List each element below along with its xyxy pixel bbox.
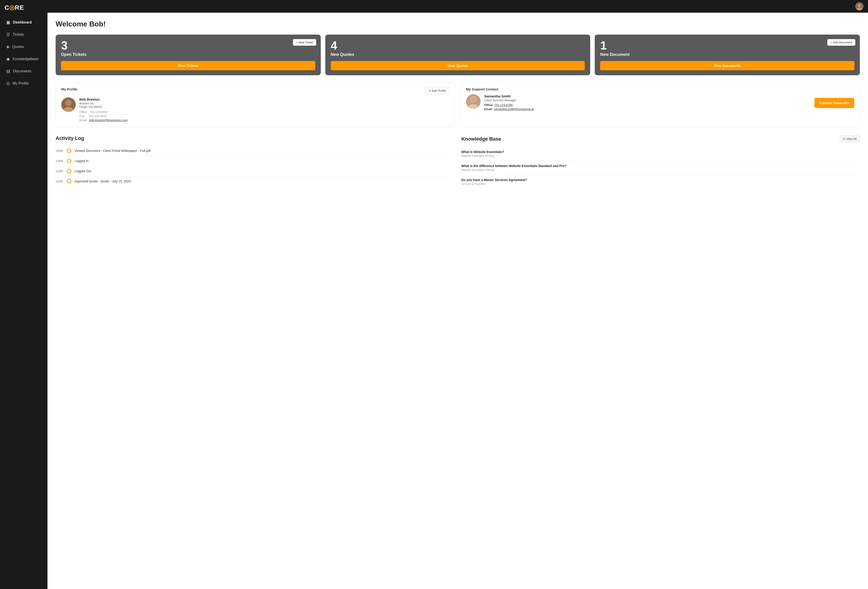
activity-item: 12/06 Logged In <box>56 156 454 166</box>
profile-fax: Fax: 701-123-5678 <box>79 114 128 118</box>
profile-email: Email: bob.braxton@braxtoninc.com <box>79 118 128 122</box>
kb-question-2: What is the difference between Website E… <box>461 164 860 168</box>
kb-heading: Knowledge Base <box>461 136 501 142</box>
support-contact-card: My Support Contact Samantha Smith Client <box>461 83 860 127</box>
activity-text-3: Logged Out <box>75 169 91 173</box>
tickets-icon: ☰ <box>6 32 10 37</box>
avatar-svg <box>855 2 864 10</box>
kb-question-1: What is Website Essentials? <box>461 150 860 154</box>
activity-date-1: 12/06 <box>56 149 64 152</box>
tickets-count: 3 <box>61 40 315 51</box>
activity-section: Activity Log 12/06 Viewed Document - Cli… <box>56 135 454 189</box>
activity-text-2: Logged In <box>75 159 89 163</box>
profile-location: Fargo, ND 58103 <box>79 105 128 108</box>
view-all-kb-button[interactable]: ⊙ View All <box>840 135 860 142</box>
activity-item: 12/05 Logged Out <box>56 166 454 176</box>
support-phone-link[interactable]: 701-123-6789 <box>495 103 513 107</box>
user-avatar[interactable] <box>855 2 864 10</box>
support-email-label: Email: <box>484 107 493 111</box>
profile-inner: Bob Braxton Braxton Inc Fargo, ND 58103 … <box>61 97 449 123</box>
sidebar-label-tickets: Tickets <box>13 32 24 37</box>
email-label: Email: <box>79 118 87 122</box>
activity-text-4: Approved Quote - Quote - July 15, 2024 <box>75 179 131 183</box>
fax-value: 701-123-5678 <box>89 114 107 118</box>
profile-section-title: My Profile <box>61 87 78 91</box>
sidebar-item-tickets[interactable]: ☰ Tickets <box>2 29 46 40</box>
profile-details: Bob Braxton Braxton Inc Fargo, ND 58103 … <box>79 97 128 123</box>
activity-dot-2 <box>67 159 71 163</box>
sidebar-label-dashboard: Dashboard <box>13 20 32 24</box>
profile-support-section: My Profile ✎ Edit Profile Bob Braxton Br… <box>56 83 860 127</box>
activity-text-1: Viewed Document - Client Portal Whitepap… <box>75 149 151 152</box>
logo: CRE <box>0 0 47 16</box>
profile-avatar <box>61 97 76 112</box>
summary-cards: + New Ticket 3 Open Tickets View Tickets… <box>56 35 860 75</box>
documents-card: + Add Document 1 New Document View Docum… <box>595 35 860 75</box>
sidebar-label-quotes: Quotes <box>12 45 24 49</box>
activity-dot-4 <box>67 179 71 183</box>
sidebar-item-knowledgebase[interactable]: ◉ Knowledgebase <box>2 53 46 65</box>
support-avatar-svg <box>466 94 481 109</box>
documents-count: 1 <box>600 40 855 51</box>
support-details: Samantha Smith Client Success Manager Of… <box>484 94 534 111</box>
activity-date-2: 12/06 <box>56 159 64 163</box>
topbar <box>47 0 868 13</box>
support-header: Samantha Smith Client Success Manager Of… <box>466 94 854 111</box>
kb-item[interactable]: What is the difference between Website E… <box>461 161 860 175</box>
sidebar-label-documents: Documents <box>13 69 31 73</box>
add-document-button[interactable]: + Add Document <box>827 39 855 46</box>
sidebar-item-quotes[interactable]: ◈ Quotes <box>2 41 46 52</box>
profile-company: Braxton Inc <box>79 102 128 105</box>
quotes-card: 4 New Quotes View Quotes <box>325 35 590 75</box>
support-office: Office: 701-123-6789 <box>484 103 534 107</box>
support-avatar <box>466 94 481 109</box>
documents-label: New Document <box>600 52 855 57</box>
view-tickets-button[interactable]: View Tickets <box>61 61 315 70</box>
svg-point-10 <box>471 97 476 102</box>
view-quotes-button[interactable]: View Quotes <box>331 61 585 70</box>
sidebar: CRE ▦ Dashboard ☰ Tickets ◈ Quotes ◉ Kno… <box>0 0 47 589</box>
kb-category-3: Account & Payment <box>461 182 860 186</box>
kb-category-1: Website Essentials Hosting <box>461 154 860 158</box>
avatar-image <box>855 2 864 10</box>
sidebar-label-myprofile: My Profile <box>13 81 29 86</box>
quotes-icon: ◈ <box>6 44 9 49</box>
sidebar-label-knowledgebase: Knowledgebase <box>13 57 38 61</box>
activity-date-4: 12/05 <box>56 180 64 183</box>
main-content: Welcome Bob! + New Ticket 3 Open Tickets… <box>47 13 868 589</box>
bottom-sections: Activity Log 12/06 Viewed Document - Cli… <box>56 135 860 189</box>
kb-category-2: Website Essentials Hosting <box>461 168 860 171</box>
activity-dot-1 <box>67 149 71 153</box>
kb-item[interactable]: Do you have a Master Services Agreement?… <box>461 175 860 189</box>
email-link[interactable]: bob.braxton@braxtoninc.com <box>89 118 128 122</box>
quotes-label: New Quotes <box>331 52 585 57</box>
support-left: Samantha Smith Client Success Manager Of… <box>466 94 534 111</box>
view-documents-button[interactable]: View Documents <box>600 61 855 70</box>
office-value: 701-123-4567 <box>90 110 108 114</box>
kb-header: Knowledge Base ⊙ View All <box>461 135 860 142</box>
new-ticket-button[interactable]: + New Ticket <box>293 39 316 46</box>
sidebar-item-documents[interactable]: ▤ Documents <box>2 65 46 77</box>
fax-label: Fax: <box>79 114 85 118</box>
profile-name: Bob Braxton <box>79 97 128 101</box>
profile-avatar-svg <box>61 97 76 112</box>
sidebar-item-dashboard[interactable]: ▦ Dashboard <box>2 17 46 28</box>
dashboard-icon: ▦ <box>6 20 10 25</box>
quotes-count: 4 <box>331 40 585 51</box>
tickets-card: + New Ticket 3 Open Tickets View Tickets <box>56 35 321 75</box>
support-email: Email: samantha.smith@coreportal.ai <box>484 107 534 111</box>
my-profile-card: My Profile ✎ Edit Profile Bob Braxton Br… <box>56 83 455 127</box>
activity-item: 12/05 Approved Quote - Quote - July 15, … <box>56 176 454 186</box>
kb-item[interactable]: What is Website Essentials? Website Esse… <box>461 147 860 161</box>
contact-samantha-button[interactable]: Contact Samantha <box>815 98 854 108</box>
support-name: Samantha Smith <box>484 94 534 98</box>
knowledgebase-icon: ◉ <box>6 56 10 62</box>
support-section-title: My Support Contact <box>466 87 854 91</box>
kb-section: Knowledge Base ⊙ View All What is Websit… <box>461 135 860 189</box>
sidebar-item-myprofile[interactable]: ◎ My Profile <box>2 78 46 89</box>
profile-office: Office: 701-123-4567 <box>79 110 128 114</box>
edit-profile-button[interactable]: ✎ Edit Profile <box>425 87 449 94</box>
support-email-link[interactable]: samantha.smith@coreportal.ai <box>494 107 534 111</box>
activity-dot-3 <box>67 169 71 173</box>
activity-heading: Activity Log <box>56 135 84 141</box>
